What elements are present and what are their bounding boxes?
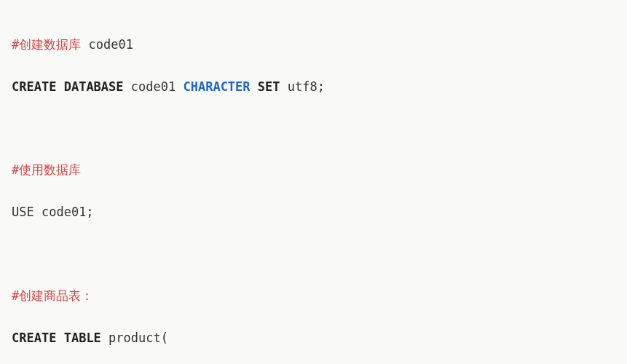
identifier: code01 bbox=[81, 37, 133, 52]
keyword-table: TABLE bbox=[64, 331, 101, 345]
keyword-character: CHARACTER bbox=[183, 79, 250, 94]
sql-code-block: #创建数据库 code01 CREATE DATABASE code01 CHA… bbox=[12, 13, 615, 364]
identifier: product( bbox=[101, 331, 168, 345]
keyword-use: USE bbox=[12, 205, 42, 219]
code-line-5: #创建商品表： bbox=[12, 285, 615, 306]
code-line-1: #创建数据库 code01 bbox=[12, 34, 615, 55]
comment-hash: # bbox=[12, 37, 19, 52]
blank-line bbox=[12, 244, 615, 264]
comment-text: 使用数据库 bbox=[19, 162, 81, 177]
code-line-3: #使用数据库 bbox=[12, 159, 615, 181]
identifier: utf8; bbox=[280, 79, 325, 94]
identifier: code01 bbox=[124, 79, 184, 94]
keyword-create: CREATE bbox=[12, 79, 56, 94]
code-line-2: CREATE DATABASE code01 CHARACTER SET utf… bbox=[12, 76, 615, 98]
keyword-set: SET bbox=[258, 79, 280, 94]
keyword-database: DATABASE bbox=[64, 79, 124, 94]
comment-text: 创建数据库 bbox=[19, 37, 81, 52]
comment-hash: # bbox=[12, 288, 19, 303]
comment-text: 创建商品表： bbox=[19, 288, 93, 303]
comment-hash: # bbox=[12, 162, 19, 177]
code-line-6: CREATE TABLE product( bbox=[12, 328, 615, 349]
code-line-4: USE code01; bbox=[12, 202, 615, 223]
blank-line bbox=[12, 118, 615, 138]
identifier: code01; bbox=[42, 205, 94, 219]
keyword-create: CREATE bbox=[12, 331, 56, 345]
